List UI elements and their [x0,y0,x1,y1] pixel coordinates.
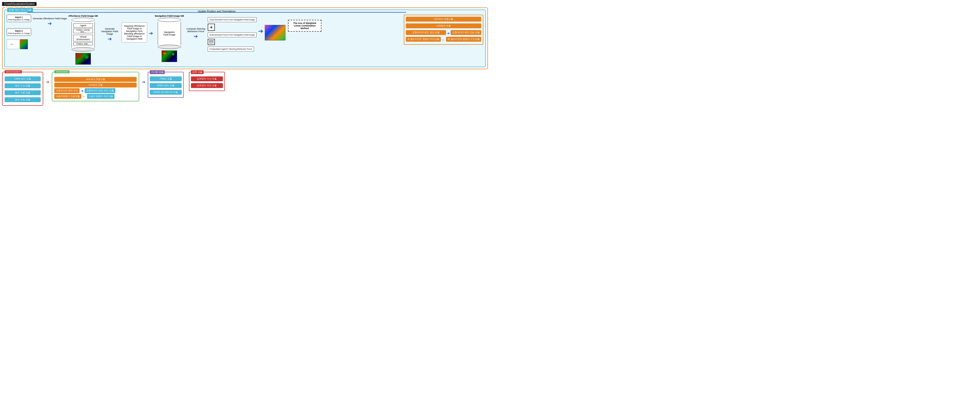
inputn-label: Input n [8,30,30,32]
agent-pos-box: Position, velocity, state,... [73,29,93,33]
goal-force2-box: Goal Directed Force From Navigation Fiel… [208,32,256,37]
input-module-label: 입력 모듈 [191,70,204,74]
view-crowd-recv: 군중데이터 패킷 수신 [54,88,80,93]
gen-affordance-arrow: Generate Affordance Field Image ➔ [33,17,67,27]
arrow2: ➔ [149,30,153,36]
result-image-section [265,25,285,40]
result-arrow: ➔ [258,27,263,35]
virtual-env-pos-box: Position, state,... [73,43,93,45]
compute-label: Compute Steering Behaviors Force [186,27,206,33]
nav-db-section: Navigation Field Image DB Navigation Fie… [155,15,184,62]
parallel-lines [208,39,215,45]
input1-sub: Field Equation or Image [8,19,30,21]
net-module-1: 네트워크 연동모듈 [406,17,481,22]
server-system: ServerSystem Client 관리 모듈 패킷 수신 모듈 패킷 구분… [2,72,43,106]
page-wrapper: CrowdVisualizationSystem Crowd Simulaton… [0,0,490,108]
net-module-4: 뷰 클라이언트 명령어 처리모듈 [406,37,441,42]
net-module-right2: 뷰 클라이언트 명령어 수신모듈 [446,37,481,42]
input-thumbnail [20,39,28,49]
formula-image: f(x) = ... [7,39,19,49]
bottom-section: ServerSystem Client 관리 모듈 패킷 수신 모듈 패킷 구분… [2,72,488,106]
server-module-3: 패킷 구분 모듈 [5,90,41,95]
gen-nav-label: Generate Navigation Field Image [99,27,120,35]
input-module-section: 입력 모듈 입력장치 수신 모듈 입력장치 처리 모듈 [189,72,225,91]
vis-section-label: 가시화 모듈 [150,70,165,74]
result-image [265,25,285,40]
view-user-cmd-proc: 사용자 명령어 처리모듈 [87,94,115,99]
mapping-text: Mapping Affordance Field Image to Naviga… [124,25,145,40]
input1-box: Input 1 Field Equation or Image [7,15,31,22]
gen-affordance-label: Generate Affordance Field Image [33,17,67,20]
view-system: ViewSystem 네트워크 연동모듈 서버접속 모듈 군중데이터 패킷 수신… [52,72,139,101]
vis-camera: 카메라 모듈 [150,76,182,81]
vis-section: 가시화 모듈 카메라 모듈 캐릭터 관리 모듈 캐릭터 애니메이션 모듈 [148,72,184,98]
input-module-proc: 입력장치 처리 모듈 [191,83,223,88]
net-module-3: 군중데이터 패킷 생성 모듈 [406,30,446,35]
affordance-db-section: Affordance Field Image DB Agent Position… [68,15,98,65]
mapping-box: Mapping Affordance Field Image to Naviga… [121,22,147,43]
inputn-box: Input n Field Equation or Image [7,28,31,36]
nav-image [162,51,177,62]
vis-character-anim: 캐릭터 애니메이션 모듈 [150,90,182,95]
top-flow-area: Update Position and Orientations [7,12,483,13]
server-module-2: 패킷 수신 모듈 [5,83,41,88]
crowd-control-inner: 군중 제어 연산 모듈 Update Position and Orientat… [4,10,486,67]
server-system-label: ServerSystem [5,70,22,73]
input-section: Input 1 Field Equation or Image Input n … [7,15,31,49]
server-module-4: 패킷 전송 모듈 [5,97,41,102]
view-user-cmd: 사용자명령어 전송모듈 [54,94,81,99]
input-module-recv: 입력장치 수신 모듈 [191,76,223,81]
affordance-db-cylinder: Agent Position, velocity, state,... Virt… [72,18,95,51]
affordance-db-label: Affordance Field Image DB [68,15,98,17]
crowd-sim-outer: Crowd Simulaton System 군중 제어 연산 모듈 Updat… [2,8,488,69]
nav-db-label: Navigation Field Image DB [155,15,184,17]
title-text: CrowdVisualizationSystem [4,3,35,5]
update-position-text: Update Position and Orientations [27,10,406,13]
affordance-image [75,53,91,65]
net-module-2: 서버접속 모듈 [406,24,481,28]
server-module-1: Client 관리 모듈 [5,76,41,81]
server-to-view-arrow: ➔ [46,80,49,84]
view-crowd-proc: 군중데이터 패킷 처리 모듈 [85,88,115,93]
right-modules-panel: 네트워크 연동모듈 서버접속 모듈 군중데이터 패킷 생성 모듈 ➔ 군중데이터… [404,15,483,45]
gen-nav-arrow-section: Generate Navigation Field Image ➔ [99,27,120,42]
force-section: Goal Directed Force From Navigation Fiel… [208,17,256,51]
title-bar: CrowdVisualizationSystem [2,2,37,6]
agent-db-box: Agent [73,24,93,27]
vis-character-ctrl: 캐릭터 관리 모듈 [150,83,182,88]
weighted-box: The Use of Weighted Linear Combination M… [288,20,321,32]
weighted-section: The Use of Weighted Linear Combination M… [288,20,321,32]
plus-box: + [208,24,215,31]
inputn-sub: Field Equation or Image [8,32,30,35]
view-to-vis-arrow: ➔ [142,80,145,84]
computation-box: Computation Agent's Steering Behaviors F… [208,46,254,51]
net-module-right1: 군중데이터 패킷 전송 모듈 [450,30,481,35]
view-net-module: 네트워크 연동모듈 [54,77,137,82]
nav-field-label: Navigation Field Image [164,31,175,36]
view-server-module: 서버접속 모듈 [54,83,137,88]
goal-force1-box: Goal Directed Force From Navigation Fiel… [208,17,256,22]
input1-label: Input 1 [8,16,30,19]
virtual-env-db-box: Virtual Environment [73,35,93,41]
compute-arrow-section: Compute Steering Behaviors Force ➔ [186,27,206,39]
view-system-label: ViewSystem [54,70,70,73]
